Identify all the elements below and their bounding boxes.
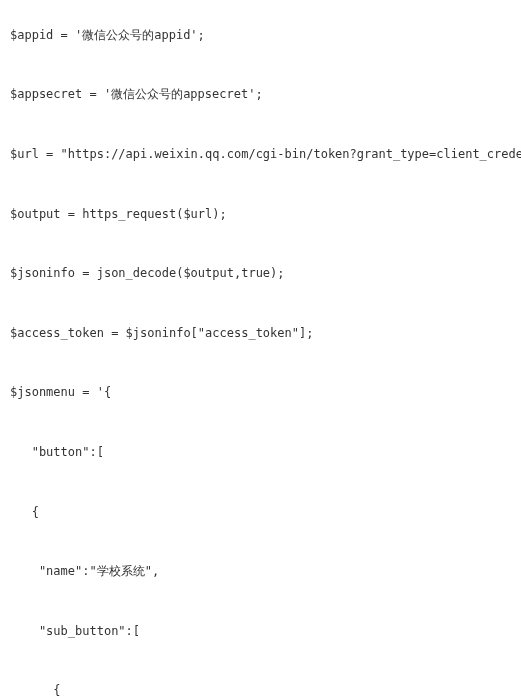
code-line: $url = "https://api.weixin.qq.com/cgi-bi… bbox=[10, 146, 511, 163]
code-line: "button":[ bbox=[10, 444, 511, 461]
code-line: $output = https_request($url); bbox=[10, 206, 511, 223]
code-line: "name":"学校系统", bbox=[10, 563, 511, 580]
code-line: "sub_button":[ bbox=[10, 623, 511, 640]
code-line: { bbox=[10, 504, 511, 521]
code-block: $appid = '微信公众号的appid'; $appsecret = '微信… bbox=[10, 10, 511, 698]
code-line: $jsoninfo = json_decode($output,true); bbox=[10, 265, 511, 282]
code-line: $access_token = $jsoninfo["access_token"… bbox=[10, 325, 511, 342]
code-line: $jsonmenu = '{ bbox=[10, 384, 511, 401]
code-line: { bbox=[10, 682, 511, 698]
code-line: $appsecret = '微信公众号的appsecret'; bbox=[10, 86, 511, 103]
code-line: $appid = '微信公众号的appid'; bbox=[10, 27, 511, 44]
